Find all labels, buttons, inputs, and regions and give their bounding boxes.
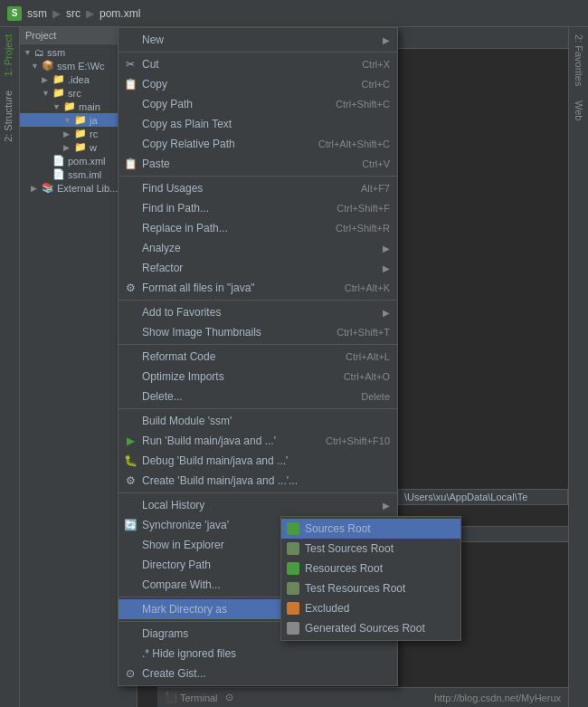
tree-label: w (90, 142, 97, 153)
menu-item-paste[interactable]: 📋 Paste Ctrl+V (119, 154, 397, 174)
menu-separator (119, 52, 397, 53)
paste-icon: 📋 (123, 157, 138, 171)
sidebar-tab-project[interactable]: 1: Project (0, 27, 19, 83)
menu-item-run-build[interactable]: ▶ Run 'Build main/java and ...' Ctrl+Shi… (119, 431, 397, 451)
menu-separator (119, 492, 397, 493)
generated-sources-icon (287, 622, 299, 635)
menu-item-find-path[interactable]: Find in Path... Ctrl+Shift+F (119, 198, 397, 218)
menu-item-hide-ignored[interactable]: .* Hide ignored files (119, 644, 397, 664)
test-resources-icon (287, 582, 299, 595)
tree-label: ssm E:\Wc (57, 61, 105, 72)
menu-item-replace-path[interactable]: Replace in Path... Ctrl+Shift+R (119, 218, 397, 238)
iml-icon: 📄 (52, 168, 65, 180)
cut-icon: ✂ (123, 57, 138, 72)
submenu-arrow: ▶ (383, 244, 390, 253)
menu-item-copy-relative[interactable]: Copy Relative Path Ctrl+Alt+Shift+C (119, 134, 397, 154)
project-name: ssm (27, 7, 47, 20)
xml-icon: 📄 (52, 155, 65, 167)
tree-arrow: ▼ (24, 48, 33, 57)
tree-label: ja (90, 115, 98, 126)
src-name: src (66, 7, 81, 20)
title-bar: S ssm ▶ src ▶ pom.xml (0, 0, 588, 27)
sources-root-icon (287, 522, 299, 535)
menu-item-cut[interactable]: ✂ Cut Ctrl+X (119, 54, 397, 74)
file-name: pom.xml (100, 7, 140, 20)
tree-label: ssm.iml (68, 169, 101, 180)
submenu-item-test-sources-root[interactable]: Test Sources Root (281, 539, 460, 559)
tree-label: .idea (68, 74, 90, 85)
status-bar: ⬛ Terminal ⊙ http://blog.csdn.net/MyHeru… (157, 687, 568, 707)
sidebar-tab-structure[interactable]: 2: Structure (0, 83, 19, 149)
submenu-arrow: ▶ (383, 263, 390, 273)
menu-item-create-build[interactable]: ⚙ Create 'Build main/java and ...'... (119, 471, 397, 491)
folder-icon: 📁 (63, 100, 76, 112)
menu-item-analyze[interactable]: Analyze ▶ (119, 238, 397, 258)
menu-item-add-favorites[interactable]: Add to Favorites ▶ (119, 302, 397, 322)
gist-icon: ⊙ (123, 666, 138, 681)
menu-item-reformat[interactable]: Reformat Code Ctrl+Alt+L (119, 347, 397, 367)
tree-label: ssm (47, 47, 65, 58)
create-icon: ⚙ (123, 473, 138, 488)
submenu-item-resources-root[interactable]: Resources Root (281, 559, 460, 578)
tree-arrow: ▶ (42, 75, 51, 84)
menu-item-new[interactable]: New ▶ (119, 30, 397, 50)
excluded-icon (287, 602, 299, 615)
tree-label: src (68, 88, 81, 99)
tree-arrow: ▼ (42, 89, 51, 98)
resources-icon (287, 562, 299, 575)
menu-item-build-module[interactable]: Build Module 'ssm' (119, 411, 397, 431)
git-icon-area: ⊙ (225, 692, 233, 703)
menu-item-copy-plain[interactable]: Copy as Plain Text (119, 114, 397, 134)
sync-icon: 🔄 (123, 518, 138, 532)
title-separator: ▶ (52, 7, 61, 20)
test-sources-icon (287, 542, 299, 555)
copy-icon: 📋 (123, 77, 138, 91)
library-icon: 📚 (42, 182, 54, 194)
menu-item-copy[interactable]: 📋 Copy Ctrl+C (119, 74, 397, 94)
path-text: \Users\xu\AppData\Local\Te (404, 492, 527, 502)
tree-arrow: ▶ (63, 129, 72, 139)
terminal-label: Terminal (180, 693, 218, 703)
folder-icon: 📁 (74, 114, 87, 126)
submenu-item-sources-root[interactable]: Sources Root (281, 519, 460, 539)
tree-arrow: ▶ (31, 184, 40, 193)
menu-item-delete[interactable]: Delete... Delete (119, 387, 397, 406)
left-sidebar: 1: Project 2: Structure (0, 27, 20, 707)
tree-label: main (79, 101, 100, 112)
path-tooltip: \Users\xu\AppData\Local\Te (398, 489, 568, 505)
tree-label: pom.xml (68, 156, 106, 167)
tree-arrow: ▼ (31, 62, 40, 71)
url-status: http://blog.csdn.net/MyHerux (434, 693, 561, 703)
menu-item-copy-path[interactable]: Copy Path Ctrl+Shift+C (119, 94, 397, 114)
sidebar-tab-web[interactable]: Web (571, 93, 587, 128)
submenu-item-test-resources-root[interactable]: Test Resources Root (281, 578, 460, 598)
folder-icon: 📁 (52, 87, 65, 99)
terminal-button[interactable]: ⬛ Terminal (165, 692, 218, 703)
menu-item-local-history[interactable]: Local History ▶ (119, 495, 397, 515)
right-sidebar: 2: Favorites Web (568, 27, 588, 707)
submenu-mark-directory: Sources Root Test Sources Root Resources… (280, 516, 461, 641)
menu-item-create-gist[interactable]: ⊙ Create Gist... (119, 664, 397, 683)
submenu-arrow: ▶ (383, 308, 390, 318)
module-icon: 📦 (42, 60, 54, 72)
folder-icon: 📁 (74, 141, 87, 153)
tree-arrow: ▼ (52, 102, 62, 111)
project-icon: 🗂 (34, 47, 44, 58)
submenu-item-generated-sources-root[interactable]: Generated Sources Root (281, 618, 460, 638)
menu-separator (119, 176, 397, 177)
menu-separator (119, 344, 397, 345)
tree-label: External Lib... (57, 183, 118, 194)
menu-item-show-thumbnails[interactable]: Show Image Thumbnails Ctrl+Shift+T (119, 322, 397, 342)
sidebar-tab-favorites[interactable]: 2: Favorites (571, 27, 587, 93)
menu-item-find-usages[interactable]: Find Usages Alt+F7 (119, 178, 397, 198)
terminal-icon: ⬛ (165, 692, 177, 703)
menu-item-format-all[interactable]: ⚙ Format all files in "java" Ctrl+Alt+K (119, 278, 397, 298)
debug-icon: 🐛 (123, 454, 138, 468)
menu-item-debug-build[interactable]: 🐛 Debug 'Build main/java and ...' (119, 451, 397, 471)
menu-item-refactor[interactable]: Refactor ▶ (119, 258, 397, 278)
menu-item-optimize[interactable]: Optimize Imports Ctrl+Alt+O (119, 367, 397, 387)
submenu-arrow: ▶ (383, 35, 390, 45)
submenu-item-excluded[interactable]: Excluded (281, 598, 460, 618)
menu-separator (119, 300, 397, 301)
tree-label: rc (90, 129, 98, 139)
